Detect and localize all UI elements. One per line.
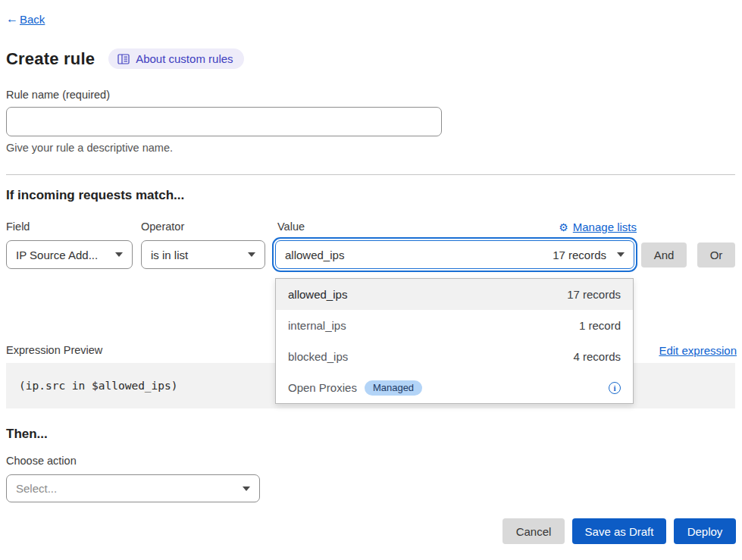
- list-option-internal-ips[interactable]: internal_ips 1 record: [276, 310, 633, 341]
- and-button[interactable]: And: [641, 242, 687, 267]
- value-select-record-count: 17 records: [553, 249, 606, 261]
- action-select[interactable]: Select...: [6, 474, 260, 502]
- expression-preview-label: Expression Preview: [6, 344, 102, 356]
- about-custom-rules-label: About custom rules: [136, 52, 233, 65]
- list-option-count: 1 record: [579, 319, 621, 332]
- field-select-value: IP Source Add...: [16, 249, 115, 261]
- back-link[interactable]: ←Back: [6, 12, 45, 26]
- chevron-down-icon: [617, 252, 625, 257]
- rule-name-input[interactable]: [6, 107, 442, 136]
- about-custom-rules-link[interactable]: About custom rules: [108, 48, 243, 69]
- expression-code: (ip.src in $allowed_ips): [19, 380, 178, 392]
- list-option-count: 4 records: [573, 350, 621, 363]
- list-option-count: 17 records: [567, 288, 621, 301]
- operator-select-value: is in list: [151, 249, 248, 261]
- info-icon[interactable]: i: [609, 382, 621, 394]
- chevron-down-icon: [243, 486, 250, 491]
- rule-name-label: Rule name (required): [6, 89, 110, 101]
- list-option-name: blocked_ips: [288, 350, 348, 363]
- cancel-button[interactable]: Cancel: [502, 518, 565, 544]
- manage-lists-label: Manage lists: [573, 221, 637, 233]
- section-divider: [6, 174, 735, 175]
- chevron-down-icon: [115, 252, 123, 257]
- list-option-open-proxies[interactable]: Open Proxies Managed i: [276, 372, 633, 403]
- choose-action-label: Choose action: [6, 455, 77, 467]
- list-dropdown-menu: allowed_ips 17 records internal_ips 1 re…: [275, 278, 634, 404]
- back-label: Back: [20, 13, 45, 26]
- value-select[interactable]: allowed_ips 17 records: [275, 240, 634, 269]
- field-select[interactable]: IP Source Add...: [6, 240, 133, 269]
- deploy-button[interactable]: Deploy: [674, 518, 736, 544]
- list-option-allowed-ips[interactable]: allowed_ips 17 records: [276, 279, 633, 310]
- action-select-placeholder: Select...: [16, 482, 243, 495]
- footer-actions: Cancel Save as Draft Deploy: [0, 518, 736, 544]
- or-button[interactable]: Or: [697, 242, 735, 267]
- edit-expression-link[interactable]: Edit expression: [659, 344, 737, 357]
- gear-icon: ⚙: [559, 222, 568, 233]
- managed-badge: Managed: [365, 380, 422, 396]
- book-icon: [117, 54, 130, 64]
- chevron-down-icon: [248, 252, 255, 257]
- list-option-name: allowed_ips: [288, 288, 347, 301]
- operator-label: Operator: [141, 221, 184, 233]
- operator-select[interactable]: is in list: [141, 240, 265, 269]
- rule-name-help: Give your rule a descriptive name.: [6, 142, 173, 154]
- match-section-heading: If incoming requests match...: [6, 188, 184, 203]
- manage-lists-link[interactable]: ⚙ Manage lists: [559, 221, 637, 233]
- value-label: Value: [277, 221, 305, 233]
- back-arrow-icon: ←: [6, 12, 18, 26]
- list-option-blocked-ips[interactable]: blocked_ips 4 records: [276, 341, 633, 372]
- list-option-name: Open Proxies: [288, 381, 357, 394]
- field-label: Field: [6, 221, 30, 233]
- page-header: Create rule About custom rules: [6, 48, 244, 69]
- then-section-heading: Then...: [6, 427, 48, 442]
- page-title: Create rule: [6, 49, 95, 69]
- value-select-value: allowed_ips: [285, 249, 553, 261]
- save-as-draft-button[interactable]: Save as Draft: [572, 518, 666, 544]
- create-rule-page: ←Back Create rule About custom rules Rul…: [0, 0, 742, 560]
- list-option-name: internal_ips: [288, 319, 346, 332]
